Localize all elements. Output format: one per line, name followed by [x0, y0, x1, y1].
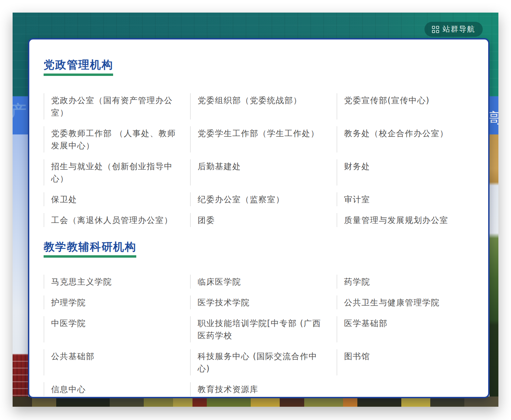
org-link[interactable]: 招生与就业处（创新创业指导中心） — [44, 159, 190, 185]
org-grid-party-admin: 党政办公室（国有资产管理办公室）党委组织部（党委统战部）党委宣传部(宣传中心)党… — [44, 93, 474, 227]
header-watermark-glyph: 产 — [13, 100, 26, 122]
site-navigation-modal: 党政管理机构 党政办公室（国有资产管理办公室）党委组织部（党委统战部）党委宣传部… — [28, 38, 490, 398]
org-link[interactable]: 党委宣传部(宣传中心) — [337, 93, 483, 119]
org-link[interactable]: 医学基础部 — [337, 316, 483, 342]
org-link[interactable]: 中医学院 — [44, 316, 190, 342]
org-link[interactable]: 图书馆 — [337, 349, 483, 375]
org-grid-teaching-research: 马克思主义学院临床医学院药学院护理学院医学技术学院公共卫生与健康管理学院中医学院… — [44, 275, 474, 396]
org-link[interactable]: 工会（离退休人员管理办公室） — [44, 213, 190, 227]
photo-left-strip — [13, 134, 28, 407]
org-link[interactable]: 教务处（校企合作办公室） — [337, 126, 483, 152]
org-link[interactable]: 党委组织部（党委统战部） — [190, 93, 337, 119]
page-content: 产 高 站群导航 党政管理机构 党政办公室（国有资产管理办公室）党委组织部（党委… — [13, 13, 498, 407]
org-link[interactable]: 质量管理与发展规划办公室 — [337, 213, 483, 227]
section-title-teaching-research[interactable]: 教学教辅科研机构 — [44, 241, 136, 258]
org-link[interactable]: 职业技能培训学院[中专部 (广西医药学校 — [190, 316, 337, 342]
org-link[interactable]: 保卫处 — [44, 192, 190, 206]
photo-right-strip — [490, 134, 498, 407]
org-link[interactable]: 纪委办公室（监察室） — [190, 192, 337, 206]
org-link[interactable]: 后勤基建处 — [190, 159, 337, 185]
org-link[interactable]: 团委 — [190, 213, 337, 227]
section-1-title-wrap: 党政管理机构 — [44, 59, 474, 76]
org-link[interactable]: 教育技术资源库 — [190, 382, 337, 396]
section-title-party-admin[interactable]: 党政管理机构 — [44, 59, 113, 76]
org-link[interactable]: 药学院 — [337, 275, 483, 289]
org-link[interactable]: 财务处 — [337, 159, 483, 185]
org-link[interactable]: 临床医学院 — [190, 275, 337, 289]
org-link[interactable]: 审计室 — [337, 192, 483, 206]
org-link[interactable]: 公共卫生与健康管理学院 — [337, 295, 483, 309]
site-group-nav-label: 站群导航 — [443, 24, 475, 34]
org-link[interactable]: 公共基础部 — [44, 349, 190, 375]
site-group-nav-button[interactable]: 站群导航 — [424, 22, 483, 37]
org-link[interactable]: 党政办公室（国有资产管理办公室） — [44, 93, 190, 119]
org-link[interactable]: 医学技术学院 — [190, 295, 337, 309]
screenshot-stage: 产 高 站群导航 党政管理机构 党政办公室（国有资产管理办公室）党委组织部（党委… — [0, 0, 511, 420]
org-link[interactable]: 党委学生工作部（学生工作处） — [190, 126, 337, 152]
org-link[interactable]: 信息中心 — [44, 382, 190, 396]
org-link[interactable]: 党委教师工作部 （人事处、教师发展中心） — [44, 126, 190, 152]
org-link[interactable]: 科技服务中心 (国际交流合作中心) — [190, 349, 337, 375]
section-2-title-wrap: 教学教辅科研机构 — [44, 241, 474, 258]
grid-icon — [432, 26, 439, 33]
org-link[interactable]: 护理学院 — [44, 295, 190, 309]
org-link[interactable]: 马克思主义学院 — [44, 275, 190, 289]
